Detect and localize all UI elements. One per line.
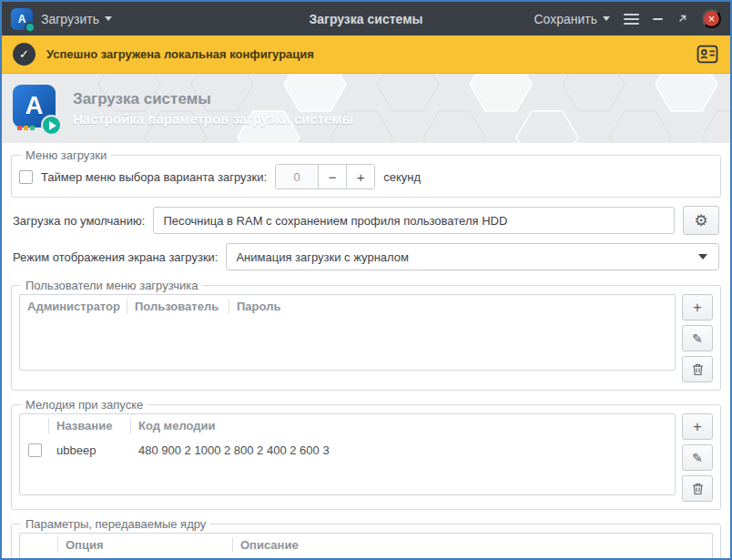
kernel-table: Опция Описание noplymouth Отключить Plym… bbox=[19, 533, 713, 558]
kernel-row[interactable]: noplymouth Отключить Plymouth bbox=[20, 556, 712, 558]
startup-melody-legend: Мелодия при запуске bbox=[21, 398, 147, 412]
plus-icon: + bbox=[693, 300, 701, 316]
save-report-icon bbox=[696, 44, 719, 65]
users-table-header: Администратор Пользователь Пароль bbox=[20, 295, 675, 318]
app-icon: A bbox=[11, 8, 33, 30]
melody-table-body[interactable] bbox=[20, 463, 675, 494]
melody-row[interactable]: ubbeep 480 900 2 1000 2 800 2 400 2 600 … bbox=[20, 437, 675, 463]
users-table: Администратор Пользователь Пароль bbox=[19, 294, 676, 371]
plus-icon: + bbox=[693, 419, 701, 435]
main-menu-button[interactable] bbox=[624, 14, 639, 25]
kernel-params-legend: Параметры, передаваемые ядру bbox=[21, 517, 210, 531]
default-boot-settings-button[interactable]: ⚙ bbox=[683, 206, 719, 235]
melody-edit-button[interactable]: ✎ bbox=[682, 444, 713, 471]
col-administrator[interactable]: Администратор bbox=[20, 299, 127, 314]
timer-decrement-button[interactable]: − bbox=[318, 165, 346, 188]
app-icon-letter: A bbox=[18, 13, 26, 25]
close-button[interactable]: × bbox=[702, 9, 721, 28]
chevron-down-icon bbox=[698, 254, 707, 260]
save-report-button[interactable] bbox=[696, 44, 719, 65]
col-user[interactable]: Пользователь bbox=[127, 299, 229, 314]
success-icon: ✓ bbox=[13, 43, 36, 66]
restore-icon bbox=[676, 13, 688, 25]
page-header: A Загрузка системы Настройка параметров … bbox=[2, 74, 730, 143]
load-menu-label: Загрузить bbox=[41, 12, 99, 26]
chevron-down-icon bbox=[105, 16, 112, 21]
melody-code-cell: 480 900 2 1000 2 800 2 400 2 600 3 bbox=[131, 443, 675, 457]
boot-menu-legend: Меню загрузки bbox=[21, 148, 111, 162]
melody-name-cell: ubbeep bbox=[49, 443, 131, 457]
titlebar[interactable]: A Загрузить Загрузка системы Сохранить bbox=[2, 2, 730, 36]
users-edit-button[interactable]: ✎ bbox=[682, 325, 713, 351]
melody-row-checkbox[interactable] bbox=[28, 443, 42, 457]
notification-message: Успешно загружена локальная конфигурация bbox=[46, 47, 314, 61]
page-subtitle: Настройка параметров загрузки системы bbox=[73, 111, 353, 127]
col-melody-name[interactable]: Название bbox=[49, 418, 131, 433]
app-icon-play-badge bbox=[25, 22, 36, 33]
trash-icon bbox=[692, 363, 704, 376]
timer-spinbox: 0 − + bbox=[275, 164, 375, 189]
close-icon: × bbox=[708, 13, 716, 25]
minimize-icon bbox=[653, 18, 663, 20]
page-title: Загрузка системы bbox=[73, 90, 353, 108]
display-mode-value: Анимация загрузки с журналом bbox=[236, 250, 409, 264]
restore-button[interactable] bbox=[676, 13, 688, 25]
melody-delete-button[interactable] bbox=[682, 475, 713, 502]
col-password[interactable]: Пароль bbox=[229, 299, 675, 314]
timer-label: Таймер меню выбора варианта загрузки: bbox=[41, 170, 267, 184]
load-menu-button[interactable]: Загрузить bbox=[41, 12, 112, 26]
boot-users-group: Пользователи меню загрузчика Администрат… bbox=[11, 279, 721, 391]
pencil-icon: ✎ bbox=[692, 331, 703, 346]
default-boot-input[interactable]: Песочница в RAM с сохранением профиля по… bbox=[153, 207, 675, 234]
col-melody-code[interactable]: Код мелодии bbox=[131, 418, 675, 433]
main-content: Меню загрузки Таймер меню выбора вариант… bbox=[2, 143, 730, 558]
timer-checkbox[interactable] bbox=[19, 170, 33, 184]
melody-table: Название Код мелодии ubbeep 480 900 2 10… bbox=[19, 413, 676, 495]
default-boot-label: Загрузка по умолчанию: bbox=[13, 214, 145, 228]
hamburger-icon bbox=[624, 14, 639, 15]
chevron-down-icon bbox=[603, 16, 610, 21]
trash-icon bbox=[692, 483, 704, 495]
timer-unit-label: секунд bbox=[383, 170, 421, 184]
pencil-icon: ✎ bbox=[692, 451, 703, 465]
display-mode-select[interactable]: Анимация загрузки с журналом bbox=[226, 243, 719, 270]
timer-increment-button[interactable]: + bbox=[346, 165, 374, 188]
minimize-button[interactable] bbox=[653, 18, 663, 20]
app-logo-letter: A bbox=[25, 92, 44, 120]
kernel-params-group: Параметры, передаваемые ядру Опция Описа… bbox=[11, 517, 721, 558]
app-logo: A bbox=[13, 85, 60, 132]
col-description[interactable]: Описание bbox=[233, 537, 712, 553]
boot-menu-group: Меню загрузки Таймер меню выбора вариант… bbox=[11, 148, 721, 198]
save-menu-button[interactable]: Сохранить bbox=[534, 12, 610, 26]
kernel-table-header: Опция Описание bbox=[20, 534, 712, 556]
default-boot-value: Песочница в RAM с сохранением профиля по… bbox=[163, 214, 507, 228]
col-kernel-checkbox[interactable] bbox=[20, 537, 58, 553]
timer-value-field[interactable]: 0 bbox=[276, 165, 318, 188]
startup-melody-group: Мелодия при запуске Название Код мелодии… bbox=[11, 398, 721, 510]
app-logo-pixels bbox=[17, 126, 35, 130]
users-table-body[interactable] bbox=[20, 318, 675, 370]
melody-add-button[interactable]: + bbox=[682, 413, 713, 440]
col-melody-checkbox[interactable] bbox=[20, 418, 49, 433]
app-window: A Загрузить Загрузка системы Сохранить bbox=[0, 0, 732, 560]
display-mode-label: Режим отображения экрана загрузки: bbox=[13, 250, 218, 264]
users-delete-button[interactable] bbox=[682, 356, 713, 382]
notification-bar: ✓ Успешно загружена локальная конфигурац… bbox=[2, 36, 730, 74]
save-menu-label: Сохранить bbox=[534, 12, 597, 26]
users-add-button[interactable]: + bbox=[682, 294, 713, 321]
col-option[interactable]: Опция bbox=[58, 537, 233, 553]
melody-table-header: Название Код мелодии bbox=[20, 414, 675, 437]
boot-users-legend: Пользователи меню загрузчика bbox=[21, 279, 202, 292]
gear-icon: ⚙ bbox=[694, 211, 707, 230]
play-badge-icon bbox=[41, 115, 62, 136]
